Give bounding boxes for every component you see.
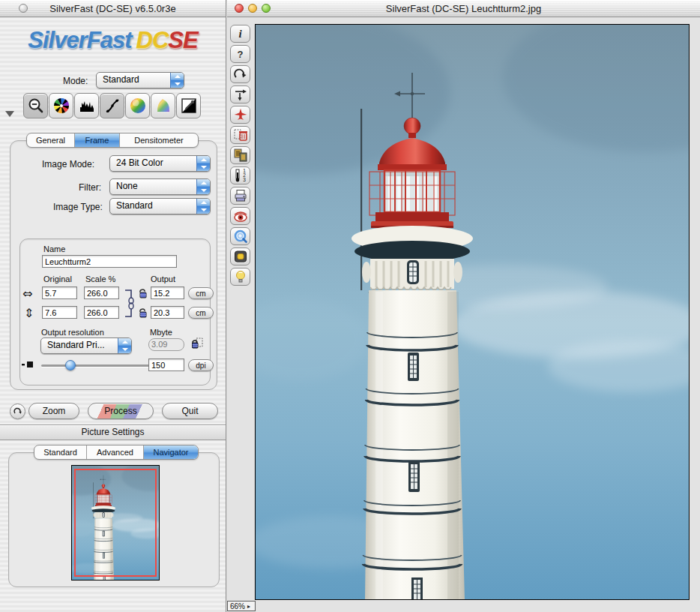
height-original-input[interactable]	[42, 306, 77, 319]
zoom-menu-arrow-icon: ▸	[247, 603, 250, 610]
main-window-titlebar[interactable]: SilverFast (DC-SE) v6.5.0r3e	[0, 0, 226, 17]
lighthouse-image[interactable]	[255, 24, 690, 600]
silverfast-main-window: SilverFast (DC-SE) v6.5.0r3e SilverFastD…	[0, 0, 226, 612]
silverfast-logo: SilverFastDCSE	[0, 27, 226, 54]
duplicate-frame-button[interactable]	[230, 146, 250, 164]
original-column-label: Original	[43, 274, 72, 284]
tab-advanced[interactable]: Advanced	[87, 446, 144, 459]
output-resolution-popup[interactable]: Standard Pri...	[40, 338, 132, 354]
image-type-popup[interactable]: Standard	[109, 198, 211, 214]
mode-label: Mode:	[63, 76, 88, 86]
histogram-button[interactable]	[74, 93, 99, 118]
print-button[interactable]	[230, 187, 250, 205]
rotate-icon	[233, 67, 248, 82]
logo-dc: DC	[136, 27, 169, 53]
height-arrow-icon: ⇕	[24, 306, 34, 320]
zoom-level-control[interactable]: 66% ▸	[227, 601, 256, 611]
selective-color-button[interactable]	[151, 93, 175, 118]
panel-collapse-arrow-icon[interactable]	[5, 111, 14, 117]
width-unit-button[interactable]: cm	[188, 287, 214, 299]
output-resolution-value: Standard Pri...	[41, 338, 118, 353]
selective-color-icon	[154, 97, 172, 115]
densitometer-digits: 123	[243, 169, 246, 182]
mbyte-value-field: 3.09	[148, 338, 184, 351]
rotate-button[interactable]	[230, 65, 250, 83]
output-resolution-label: Output resolution	[41, 328, 104, 337]
filter-value: None	[110, 179, 196, 194]
output-column-label: Output	[151, 274, 175, 284]
info-icon: i	[238, 28, 241, 40]
auto-adjust-icon	[52, 97, 70, 115]
airplane-icon	[233, 107, 248, 122]
width-original-input[interactable]	[42, 286, 77, 299]
popup-stepper-icon	[196, 179, 210, 194]
height-unit-button[interactable]: cm	[188, 307, 214, 319]
gradation-button[interactable]	[100, 93, 124, 118]
resolution-slider-knob[interactable]	[65, 360, 76, 370]
help-button[interactable]: ?	[230, 45, 250, 63]
histogram-icon	[78, 97, 96, 115]
densitometer-button[interactable]: 123	[230, 166, 250, 184]
process-button[interactable]: Process	[88, 403, 154, 419]
resolution-unit-button[interactable]: dpi	[188, 359, 214, 371]
zoom-level-value: 66%	[230, 602, 245, 610]
main-window-title: SilverFast (DC-SE) v6.5.0r3e	[0, 3, 226, 14]
duplicate-frame-icon	[233, 148, 248, 163]
width-lock-icon[interactable]	[139, 288, 148, 298]
image-mode-popup[interactable]: 24 Bit Color	[109, 155, 211, 172]
info-button[interactable]: i	[230, 25, 250, 43]
width-output-input[interactable]	[151, 286, 184, 299]
height-scale-input[interactable]	[84, 306, 119, 319]
screen: SilverFast (DC-SE) v6.5.0r3e SilverFastD…	[0, 0, 700, 612]
mbyte-label: Mbyte	[150, 328, 172, 337]
tab-general[interactable]: General	[27, 134, 75, 147]
lighthouse-photo	[256, 25, 689, 599]
height-output-input[interactable]	[151, 306, 184, 319]
gradation-curve-icon	[103, 97, 121, 115]
highlight-shadow-icon	[180, 97, 198, 115]
resolution-input[interactable]	[148, 358, 184, 371]
picture-settings-tabs: Standard Advanced Navigator	[34, 445, 199, 460]
image-type-value: Standard	[110, 199, 196, 214]
monitor-button[interactable]	[230, 248, 250, 266]
lamp-icon	[233, 269, 248, 284]
airplane-button[interactable]	[230, 106, 250, 124]
quit-button[interactable]: Quit	[162, 403, 218, 419]
zoom-out-button[interactable]	[23, 93, 48, 118]
height-lock-icon[interactable]	[139, 308, 148, 318]
lamp-button[interactable]	[230, 268, 250, 286]
mode-popup[interactable]: Standard	[96, 72, 184, 88]
global-color-icon	[129, 97, 147, 115]
name-label: Name	[43, 244, 65, 254]
auto-adjust-button[interactable]	[49, 93, 73, 118]
delete-frame-icon	[233, 128, 248, 142]
tab-standard[interactable]: Standard	[34, 446, 87, 459]
highlight-shadow-button[interactable]	[176, 93, 201, 118]
filter-popup[interactable]: None	[109, 178, 211, 195]
image-window-titlebar[interactable]: SilverFast (DC-SE) Leuchtturm2.jpg	[227, 0, 700, 17]
zoom-button[interactable]: Zoom	[28, 403, 79, 419]
popup-stepper-icon	[196, 156, 210, 171]
monitor-icon	[233, 249, 248, 264]
image-window-title: SilverFast (DC-SE) Leuchtturm2.jpg	[227, 3, 700, 14]
global-color-button[interactable]	[125, 93, 150, 118]
print-icon	[233, 188, 248, 203]
tab-frame[interactable]: Frame	[75, 134, 120, 147]
picture-settings-header[interactable]: Picture Settings	[0, 424, 226, 440]
red-eye-icon	[233, 208, 248, 224]
logo-se: SE	[168, 27, 197, 53]
reset-button[interactable]	[10, 404, 25, 419]
popup-stepper-icon	[118, 338, 131, 353]
quicktime-button[interactable]	[230, 227, 250, 245]
flip-button[interactable]	[230, 86, 250, 104]
scale-link-icon	[123, 284, 135, 322]
name-input[interactable]	[42, 255, 177, 268]
delete-frame-button[interactable]	[230, 126, 250, 144]
navigator-thumbnail[interactable]	[71, 465, 160, 580]
zoom-out-icon	[27, 97, 45, 115]
red-eye-button[interactable]	[230, 207, 250, 225]
tab-densitometer[interactable]: Densitometer	[120, 134, 198, 147]
width-scale-input[interactable]	[84, 286, 119, 299]
crop-marquee[interactable]	[74, 469, 157, 577]
tab-navigator[interactable]: Navigator	[144, 446, 198, 459]
